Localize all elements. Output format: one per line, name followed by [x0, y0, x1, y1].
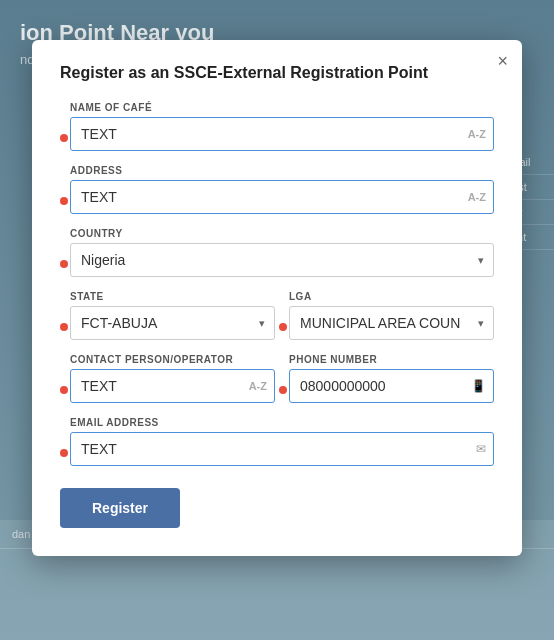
- country-group: COUNTRY Nigeria ▾: [70, 228, 494, 277]
- cafe-name-label: NAME OF CAFÉ: [70, 102, 494, 113]
- register-button[interactable]: Register: [60, 488, 180, 528]
- state-lga-row: STATE FCT-ABUJA ▾ LGA MUNICIPAL AREA COU…: [70, 291, 494, 354]
- registration-modal: × Register as an SSCE-External Registrat…: [32, 40, 522, 556]
- az-icon-address: A-Z: [468, 191, 486, 203]
- contact-input[interactable]: [70, 369, 275, 403]
- phone-input-wrapper: 📱: [289, 369, 494, 403]
- state-select-wrapper: FCT-ABUJA ▾: [70, 306, 275, 340]
- lga-select[interactable]: MUNICIPAL AREA COUNCIL: [289, 306, 494, 340]
- lga-group: LGA MUNICIPAL AREA COUNCIL ▾: [289, 291, 494, 340]
- state-group: STATE FCT-ABUJA ▾: [70, 291, 275, 340]
- address-required-dot: [60, 197, 68, 205]
- country-select-wrapper: Nigeria ▾: [70, 243, 494, 277]
- country-select[interactable]: Nigeria: [70, 243, 494, 277]
- cafe-name-input-wrapper: A-Z: [70, 117, 494, 151]
- contact-label: CONTACT PERSON/OPERATOR: [70, 354, 275, 365]
- cafe-name-input[interactable]: [70, 117, 494, 151]
- contact-required-dot: [60, 386, 68, 394]
- phone-group: PHONE NUMBER 📱: [289, 354, 494, 403]
- contact-group: CONTACT PERSON/OPERATOR A-Z: [70, 354, 275, 403]
- address-input[interactable]: [70, 180, 494, 214]
- modal-title: Register as an SSCE-External Registratio…: [60, 64, 494, 82]
- email-label: EMAIL ADDRESS: [70, 417, 494, 428]
- phone-icon: 📱: [471, 379, 486, 393]
- cafe-name-group: NAME OF CAFÉ A-Z: [70, 102, 494, 151]
- address-input-wrapper: A-Z: [70, 180, 494, 214]
- phone-label: PHONE NUMBER: [289, 354, 494, 365]
- state-label: STATE: [70, 291, 275, 302]
- country-required-dot: [60, 260, 68, 268]
- phone-input[interactable]: [289, 369, 494, 403]
- close-button[interactable]: ×: [497, 52, 508, 70]
- email-required-dot: [60, 449, 68, 457]
- contact-phone-row: CONTACT PERSON/OPERATOR A-Z PHONE NUMBER…: [70, 354, 494, 417]
- email-input[interactable]: [70, 432, 494, 466]
- email-input-wrapper: ✉: [70, 432, 494, 466]
- az-icon-cafe: A-Z: [468, 128, 486, 140]
- address-group: ADDRESS A-Z: [70, 165, 494, 214]
- state-select[interactable]: FCT-ABUJA: [70, 306, 275, 340]
- country-label: COUNTRY: [70, 228, 494, 239]
- lga-label: LGA: [289, 291, 494, 302]
- az-icon-contact: A-Z: [249, 380, 267, 392]
- envelope-icon: ✉: [476, 442, 486, 456]
- modal-backdrop: × Register as an SSCE-External Registrat…: [0, 0, 554, 640]
- state-required-dot: [60, 323, 68, 331]
- lga-required-dot: [279, 323, 287, 331]
- cafe-required-dot: [60, 134, 68, 142]
- phone-required-dot: [279, 386, 287, 394]
- contact-input-wrapper: A-Z: [70, 369, 275, 403]
- address-label: ADDRESS: [70, 165, 494, 176]
- lga-select-wrapper: MUNICIPAL AREA COUNCIL ▾: [289, 306, 494, 340]
- email-group: EMAIL ADDRESS ✉: [70, 417, 494, 466]
